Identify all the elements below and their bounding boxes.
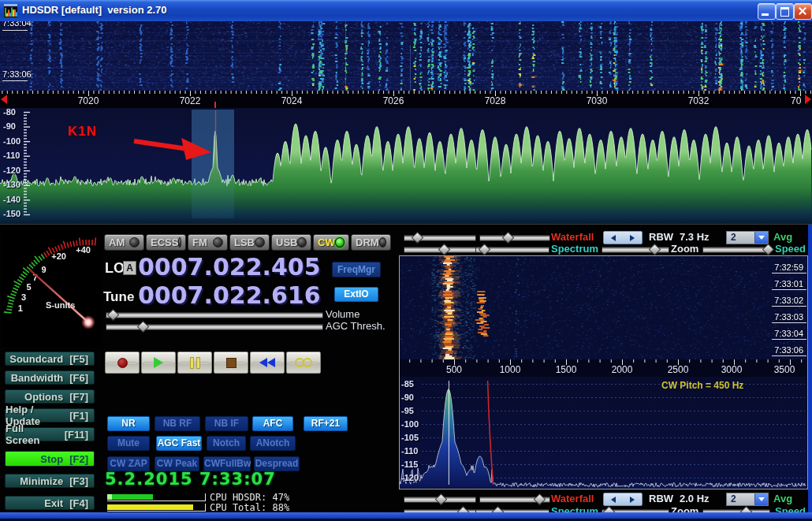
mode-button-lsb[interactable]: LSB bbox=[229, 234, 270, 251]
rbw-label: RBW bbox=[649, 231, 673, 243]
stop-playback-button[interactable] bbox=[214, 352, 248, 374]
sp-range-slider[interactable] bbox=[404, 247, 476, 253]
rewind-icon bbox=[259, 358, 275, 367]
loop-button[interactable] bbox=[286, 352, 321, 374]
rf-waterfall-canvas[interactable] bbox=[0, 21, 812, 91]
minimize-window-button[interactable] bbox=[758, 3, 776, 20]
wf-brightness-slider-af[interactable] bbox=[404, 497, 476, 503]
wf-contrast-slider-af[interactable] bbox=[479, 497, 550, 503]
scale-left-marker-icon[interactable] bbox=[1, 95, 7, 104]
play-button[interactable] bbox=[141, 352, 176, 374]
freq-tick-label: 7022 bbox=[173, 95, 207, 106]
menu-button-minimize[interactable]: Minimize[F3] bbox=[5, 474, 95, 488]
rbw-increase-button[interactable] bbox=[623, 232, 642, 244]
mode-button-usb[interactable]: USB bbox=[271, 234, 311, 251]
db-label: -100 bbox=[401, 419, 419, 429]
wf-contrast-slider[interactable] bbox=[479, 235, 550, 241]
dsp-button-rf21[interactable]: RF+21 bbox=[304, 416, 348, 431]
db-label: -115 bbox=[401, 460, 418, 469]
mode-button-drm[interactable]: DRM bbox=[351, 234, 391, 251]
cpu-total-fill bbox=[107, 504, 193, 510]
rbw-spinner-af[interactable] bbox=[603, 493, 643, 506]
sp-offset-slider[interactable] bbox=[475, 247, 549, 253]
close-window-button[interactable] bbox=[794, 3, 812, 20]
slider-handle[interactable] bbox=[534, 493, 546, 506]
mode-led-icon bbox=[297, 237, 307, 247]
tune-frequency-display[interactable]: 0007.022.616 bbox=[138, 281, 321, 309]
mode-button-cw[interactable]: CW bbox=[313, 234, 349, 251]
dsp-button-agc-fast[interactable]: AGC Fast bbox=[156, 436, 202, 451]
title-bar[interactable]: HDSDR [default] version 2.70 bbox=[0, 0, 812, 21]
mode-button-am[interactable]: AM bbox=[104, 234, 144, 251]
menu-button-soundcard[interactable]: Soundcard[F5] bbox=[5, 352, 95, 366]
lo-frequency-display[interactable]: 0007.022.405 bbox=[138, 253, 321, 281]
zoom-dropdown-af[interactable]: 2 bbox=[726, 493, 769, 506]
scale-right-marker-icon[interactable] bbox=[805, 95, 811, 104]
extio-button[interactable]: ExtIO bbox=[334, 287, 378, 302]
rbw-decrease-button[interactable] bbox=[604, 493, 623, 505]
record-button[interactable] bbox=[105, 352, 140, 374]
agc-thresh-slider-handle[interactable] bbox=[137, 321, 150, 333]
spectrum-toggle[interactable]: Spectrum bbox=[551, 243, 598, 255]
rbw-decrease-button[interactable] bbox=[604, 232, 623, 244]
menu-button-help-update[interactable]: Help / Update[F1] bbox=[5, 408, 95, 422]
dsp-button-mute[interactable]: Mute bbox=[107, 436, 150, 451]
control-panel: S-units Soundcard[F5] Bandwidth[F6] Opti… bbox=[0, 225, 812, 512]
mode-button-fm[interactable]: FM bbox=[188, 234, 228, 251]
freq-tick-label: 1500 bbox=[549, 364, 583, 375]
zoom-slider[interactable] bbox=[602, 247, 669, 253]
waterfall-toggle-af[interactable]: Waterfall bbox=[551, 493, 594, 504]
slider-handle[interactable] bbox=[502, 232, 515, 244]
dsp-button-nr[interactable]: NR bbox=[107, 416, 150, 431]
wf-brightness-slider[interactable] bbox=[404, 235, 476, 241]
dsp-button-notch[interactable]: Notch bbox=[207, 436, 246, 451]
volume-slider[interactable] bbox=[106, 312, 323, 318]
rf-frequency-scale[interactable]: 7020 7022 7024 7026 7028 7030 7032 70 bbox=[0, 91, 812, 108]
mode-button-ecss[interactable]: ECSS bbox=[146, 234, 186, 251]
volume-label: Volume bbox=[326, 308, 359, 320]
rbw-increase-button[interactable] bbox=[623, 493, 642, 505]
af-spectrum-canvas[interactable] bbox=[400, 377, 806, 488]
dsp-button-anotch[interactable]: ANotch bbox=[250, 436, 296, 451]
slider-handle[interactable] bbox=[649, 244, 661, 256]
rbw-spinner[interactable] bbox=[603, 231, 643, 244]
chevron-down-icon bbox=[758, 236, 765, 240]
cpu-hdsdr-bar bbox=[107, 493, 206, 501]
rf-spectrum[interactable]: -80 -90 -100 -110 -120 -130 -140 -150 K1… bbox=[0, 108, 812, 225]
dsp-button-nb-rf[interactable]: NB RF bbox=[155, 416, 200, 431]
dropdown-button[interactable] bbox=[754, 493, 768, 505]
mode-led-icon bbox=[255, 237, 265, 247]
af-waterfall[interactable]: 7:32:59 7:33:01 7:33:02 7:33:03 7:33:04 … bbox=[400, 256, 806, 359]
menu-button-full-screen[interactable]: Full Screen[F11] bbox=[5, 427, 95, 441]
rbw-value-af: 2.0 Hz bbox=[680, 493, 710, 504]
slider-handle[interactable] bbox=[434, 493, 447, 506]
agc-thresh-slider[interactable] bbox=[106, 324, 323, 330]
maximize-window-button[interactable] bbox=[776, 3, 794, 20]
rewind-button[interactable] bbox=[250, 352, 285, 374]
freqmgr-button[interactable]: FreqMgr bbox=[332, 262, 381, 277]
mode-led-icon bbox=[129, 237, 140, 247]
speed-slider[interactable] bbox=[702, 247, 770, 253]
rf-waterfall[interactable]: 7:33:04 7:33:06 bbox=[0, 21, 812, 91]
db-label: -110 bbox=[401, 446, 418, 456]
dropdown-button[interactable] bbox=[754, 232, 768, 244]
zoom-dropdown[interactable]: 2 bbox=[726, 231, 769, 244]
slider-handle[interactable] bbox=[762, 244, 775, 256]
waterfall-toggle[interactable]: Waterfall bbox=[551, 231, 594, 243]
volume-slider-handle[interactable] bbox=[106, 309, 119, 322]
db-label: -85 bbox=[401, 379, 414, 389]
menu-button-exit[interactable]: Exit[F4] bbox=[5, 496, 95, 510]
slider-handle[interactable] bbox=[412, 232, 424, 244]
af-frequency-scale[interactable]: 500 1000 1500 2000 2500 3000 3500 bbox=[400, 359, 806, 377]
slider-handle[interactable] bbox=[438, 244, 451, 256]
dsp-button-afc[interactable]: AFC bbox=[252, 416, 293, 431]
lo-channel-button[interactable]: A bbox=[123, 261, 136, 275]
dsp-button-nb-if[interactable]: NB IF bbox=[205, 416, 248, 431]
af-waterfall-canvas[interactable] bbox=[400, 256, 806, 359]
menu-button-options[interactable]: Options[F7] bbox=[5, 389, 95, 404]
menu-button-stop[interactable]: Stop[F2] bbox=[5, 451, 95, 467]
menu-button-bandwidth[interactable]: Bandwidth[F6] bbox=[5, 370, 95, 385]
af-spectrum[interactable]: -85 -90 -95 -100 -105 -110 -115 -120 CW … bbox=[400, 377, 806, 488]
pause-button[interactable] bbox=[177, 352, 212, 374]
slider-handle[interactable] bbox=[478, 244, 490, 256]
